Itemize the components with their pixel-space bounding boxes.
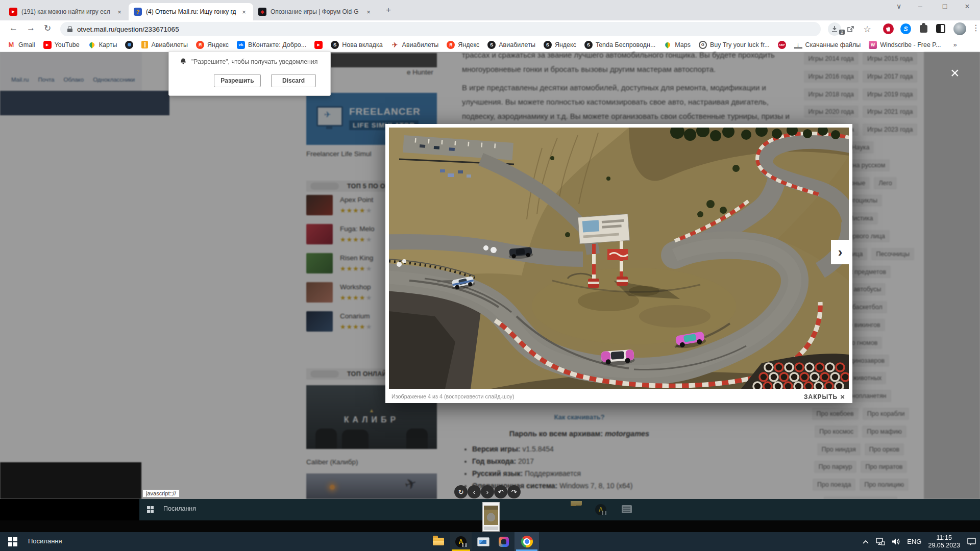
next-image-button[interactable]: › <box>831 240 849 264</box>
taskbar-clock[interactable]: 11:1529.05.2023 <box>928 534 960 549</box>
tray-expand-icon[interactable] <box>862 539 869 544</box>
slideshow-control-button[interactable]: ↻ <box>454 485 468 498</box>
notification-permission-dialog: "Разрешите", чтобы получать уведомления … <box>168 51 331 96</box>
shazam-extension-icon[interactable]: S <box>900 23 911 34</box>
bookmark-label: ВКонтакте: Добро... <box>248 41 306 48</box>
links-grid-icon <box>147 506 154 513</box>
bookmark-item[interactable]: Windscribe - Free P... <box>869 41 941 49</box>
url-text: otvet.mail.ru/question/233671065 <box>77 26 179 33</box>
bookmark-label: Скачанные файлы <box>805 41 861 48</box>
share-icon[interactable] <box>844 22 857 36</box>
bookmark-favicon <box>141 41 148 48</box>
bookmark-item[interactable]: Авиабилеты <box>391 41 439 49</box>
image-lightbox: › Изображение 4 из 4 (воспроизвести слай… <box>385 124 852 403</box>
network-icon[interactable] <box>876 538 885 545</box>
tab-close-icon[interactable]: × <box>364 8 373 16</box>
window-thumbnail-preview[interactable] <box>482 502 500 532</box>
lightbox-caption: Изображение 4 из 4 (воспроизвести слайд-… <box>391 393 514 399</box>
browser-tab[interactable]: (191) как можно найти игру есл × <box>4 3 129 20</box>
bookmark-item[interactable]: Скачанные файлы <box>794 41 861 48</box>
taskbar-chrome-button[interactable] <box>514 532 539 551</box>
tab-strip: (191) как можно найти игру есл × (4) Отв… <box>0 0 980 20</box>
reload-button[interactable]: ↻ <box>44 23 51 34</box>
bookmark-item[interactable] <box>125 41 133 49</box>
window-close-button[interactable]: × <box>960 2 975 11</box>
minimize-button[interactable]: – <box>913 2 928 10</box>
taskbar: Посилання A ENG 11:1529.05.2023 <box>0 532 980 551</box>
slideshow-control-button[interactable]: ↶ <box>494 485 507 498</box>
lock-icon <box>67 29 72 32</box>
bookmark-favicon <box>125 41 133 49</box>
slideshow-control-button[interactable]: ↷ <box>507 485 521 498</box>
bookmark-label: Buy Try your luck fr... <box>710 41 770 48</box>
bookmark-label: Авиабилеты <box>151 41 188 48</box>
tab-favicon <box>134 8 142 16</box>
profile-avatar[interactable] <box>953 22 966 35</box>
tab-close-icon[interactable]: × <box>115 8 124 16</box>
bookmark-favicon <box>237 41 245 49</box>
bookmark-item[interactable]: Карты <box>88 41 117 49</box>
tabs-container: (191) как можно найти игру есл × (4) Отв… <box>4 3 378 20</box>
maximize-button[interactable]: □ <box>937 2 952 10</box>
bookmarks-overflow-icon[interactable]: » <box>953 41 957 48</box>
forward-button[interactable]: → <box>27 23 35 33</box>
tab-favicon <box>258 8 266 16</box>
bookmark-label: Яндекс <box>207 41 229 48</box>
dialog-message: "Разрешите", чтобы получать уведомления <box>191 58 317 65</box>
tab-close-icon[interactable]: × <box>240 8 248 16</box>
adblock-badge: 2 <box>839 30 845 35</box>
bookmark-item[interactable]: Gmail <box>7 41 35 49</box>
thumbnail-image <box>484 506 498 525</box>
bookmark-star-icon[interactable]: ☆ <box>861 22 874 36</box>
back-button[interactable]: ← <box>9 23 18 33</box>
bookmark-label: Tenda Беспроводн... <box>596 41 655 48</box>
bookmark-label: Авиабилеты <box>402 41 439 48</box>
bookmark-item[interactable]: Яндекс <box>196 41 229 49</box>
taskbar-explorer-button[interactable] <box>429 532 448 551</box>
slideshow-control-button[interactable]: ‹ <box>468 485 481 498</box>
bookmark-label: Gmail <box>18 41 35 48</box>
extensions-puzzle-icon[interactable] <box>920 25 927 33</box>
taskbar-aimp-button[interactable]: A <box>450 532 472 551</box>
bookmark-favicon <box>391 41 399 49</box>
tab-title: Опознание игры | Форум Old-G <box>271 8 360 15</box>
bookmark-item[interactable]: Нова вкладка <box>331 41 382 49</box>
allow-button[interactable]: Разрешить <box>214 74 261 87</box>
bookmark-favicon <box>794 41 802 48</box>
bookmark-label: Яндекс <box>555 41 576 48</box>
language-indicator[interactable]: ENG <box>907 538 921 545</box>
bookmark-favicon <box>331 41 339 49</box>
bookmark-favicon <box>196 41 204 49</box>
system-tray: ENG 11:1529.05.2023 <box>862 532 977 551</box>
bookmark-item[interactable]: Авиабилеты <box>141 41 188 48</box>
browser-toolbar: ← → ↻ otvet.mail.ru/question/233671065 ☆… <box>0 20 980 38</box>
bookmark-favicon <box>43 41 52 49</box>
discard-button[interactable]: Discard <box>271 74 316 87</box>
bookmark-label: Яндекс <box>458 41 479 48</box>
new-tab-button[interactable]: + <box>386 5 391 15</box>
slideshow-control-button[interactable]: › <box>481 485 494 498</box>
bookmark-label: Windscribe - Free P... <box>880 41 941 48</box>
aimp-icon[interactable]: A <box>595 504 606 515</box>
tab-search-icon[interactable]: ∨ <box>891 2 906 10</box>
browser-tab[interactable]: Опознание игры | Форум Old-G × <box>253 3 378 20</box>
links-toolbar-label: Посилання <box>163 505 196 512</box>
app-icon[interactable] <box>622 505 632 513</box>
taskbar-photos-button[interactable] <box>474 532 493 551</box>
bookmark-item[interactable]: ВКонтакте: Добро... <box>237 41 306 49</box>
adblock-extension-icon[interactable] <box>883 23 894 34</box>
overlay-close-icon[interactable]: × <box>950 64 960 82</box>
start-button[interactable] <box>8 537 17 546</box>
bookmark-item[interactable] <box>314 41 323 49</box>
screen: (191) как можно найти игру есл × (4) Отв… <box>0 0 980 551</box>
dark-extension-icon[interactable] <box>936 24 945 33</box>
bookmark-item[interactable]: YouTube <box>43 41 80 49</box>
action-center-icon[interactable] <box>967 537 977 546</box>
volume-icon[interactable] <box>892 538 900 545</box>
taskbar-office-button[interactable] <box>494 532 513 551</box>
lightbox-close-button[interactable]: ЗАКРЫТЬ× <box>804 392 845 401</box>
bookmark-favicon <box>314 41 323 49</box>
address-bar[interactable]: otvet.mail.ru/question/233671065 <box>60 22 821 36</box>
browser-menu-icon[interactable]: ⋮ <box>972 23 980 33</box>
browser-tab[interactable]: (4) Ответы Mail.ru: Ищу гонку гд × <box>129 3 253 20</box>
